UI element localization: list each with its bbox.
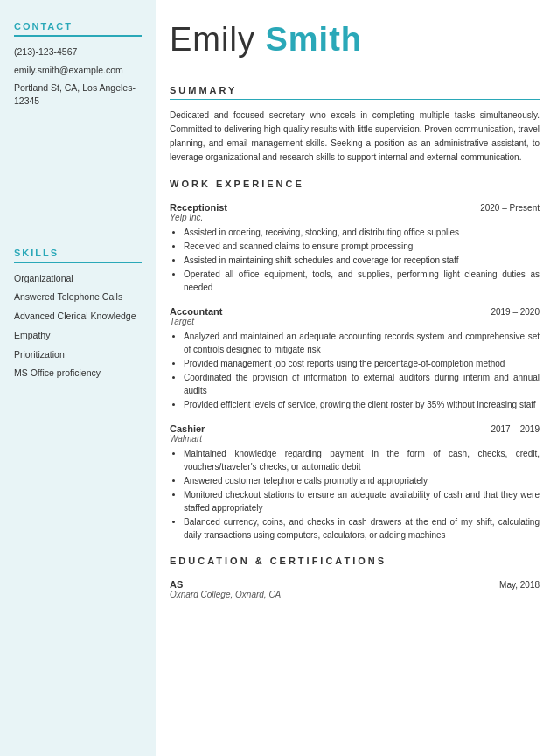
job-bullets: Assisted in ordering, receiving, stockin… (170, 226, 540, 294)
work-experience-title: WORK EXPERIENCE (170, 178, 540, 193)
edu-container: ASMay, 2018Oxnard College, Oxnard, CA (170, 579, 540, 599)
skill-item: Organizational (14, 272, 142, 285)
email: emily.smith@example.com (14, 64, 142, 77)
job-block: Cashier2017 – 2019WalmartMaintained know… (170, 424, 540, 542)
list-item: Received and scanned claims to ensure pr… (184, 240, 540, 253)
edu-block: ASMay, 2018Oxnard College, Oxnard, CA (170, 579, 540, 599)
skill-item: Prioritization (14, 348, 142, 361)
summary-text: Dedicated and focused secretary who exce… (170, 108, 540, 164)
education-title: EDUCATION & CERTIFICATIONS (170, 556, 540, 570)
sidebar: CONTACT (213)-123-4567 emily.smith@examp… (0, 0, 156, 756)
job-block: Receptionist2020 – PresentYelp Inc.Assis… (170, 202, 540, 294)
skills-title: SKILLS (14, 248, 142, 263)
job-company: Target (170, 317, 540, 326)
job-title: Cashier (170, 424, 205, 434)
jobs-container: Receptionist2020 – PresentYelp Inc.Assis… (170, 202, 540, 542)
edu-date: May, 2018 (499, 580, 540, 590)
list-item: Provided efficient levels of service, gr… (184, 398, 540, 411)
list-item: Operated all office equipment, tools, an… (184, 268, 540, 294)
job-header: Receptionist2020 – Present (170, 202, 540, 213)
phone: (213)-123-4567 (14, 46, 142, 59)
skill-item: Advanced Clerical Knowledge (14, 310, 142, 323)
job-title: Receptionist (170, 202, 227, 213)
edu-header: ASMay, 2018 (170, 579, 540, 590)
list-item: Assisted in maintaining shift schedules … (184, 254, 540, 267)
first-name: Emily (170, 21, 265, 58)
job-title: Accountant (170, 306, 223, 317)
job-header: Cashier2017 – 2019 (170, 424, 540, 434)
main-content: Emily Smith SUMMARY Dedicated and focuse… (156, 0, 557, 756)
job-header: Accountant2019 – 2020 (170, 306, 540, 317)
list-item: Monitored checkout stations to ensure an… (184, 488, 540, 514)
job-dates: 2017 – 2019 (491, 424, 540, 434)
list-item: Analyzed and maintained an adequate acco… (184, 330, 540, 356)
list-item: Assisted in ordering, receiving, stockin… (184, 226, 540, 239)
edu-degree: AS (170, 579, 183, 590)
list-item: Balanced currency, coins, and checks in … (184, 515, 540, 542)
contact-section: CONTACT (213)-123-4567 emily.smith@examp… (14, 21, 142, 108)
job-bullets: Maintained knowledge regarding payment i… (170, 447, 540, 542)
job-block: Accountant2019 – 2020TargetAnalyzed and … (170, 306, 540, 411)
last-name: Smith (265, 21, 362, 58)
job-bullets: Analyzed and maintained an adequate acco… (170, 330, 540, 411)
list-item: Answered customer telephone calls prompt… (184, 474, 540, 487)
summary-title: SUMMARY (170, 85, 540, 100)
list-item: Provided management job cost reports usi… (184, 357, 540, 370)
list-item: Coordinated the provision of information… (184, 371, 540, 397)
list-item: Maintained knowledge regarding payment i… (184, 447, 540, 473)
job-dates: 2020 – Present (480, 203, 540, 213)
edu-school: Oxnard College, Oxnard, CA (170, 590, 540, 599)
address: Portland St, CA, Los Angeles-12345 (14, 81, 142, 107)
job-dates: 2019 – 2020 (491, 307, 540, 317)
skill-item: Answered Telephone Calls (14, 290, 142, 304)
job-company: Yelp Inc. (170, 213, 540, 222)
contact-title: CONTACT (14, 21, 142, 37)
job-company: Walmart (170, 434, 540, 444)
skills-section: SKILLS OrganizationalAnswered Telephone … (14, 248, 142, 380)
skill-item: MS Office proficiency (14, 367, 142, 380)
name-header: Emily Smith (170, 21, 540, 67)
skill-item: Empathy (14, 329, 142, 342)
